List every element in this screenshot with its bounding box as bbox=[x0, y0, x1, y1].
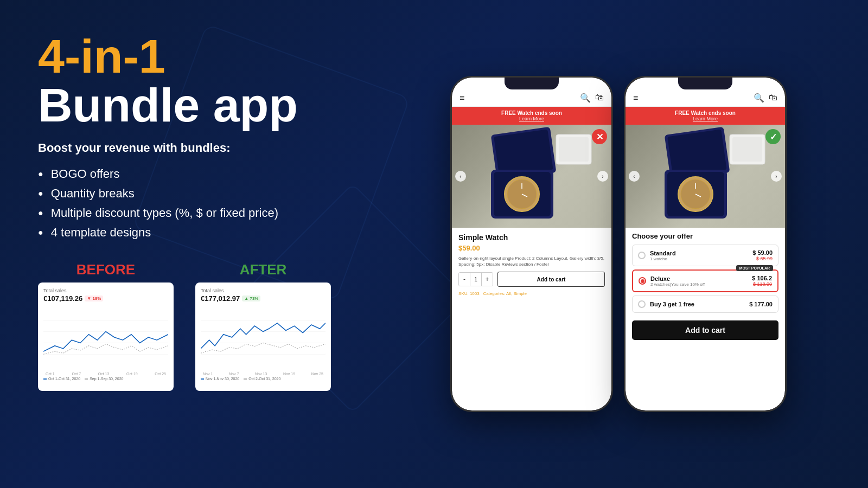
atc-row-left: - 1 + Add to cart bbox=[458, 272, 605, 287]
after-chart-card: Total sales €177,012.97 ▲ 73% Nov 1 bbox=[195, 282, 331, 391]
offer-option-buy3[interactable]: Buy 3 get 1 free $ 177.00 bbox=[632, 296, 778, 313]
before-label: BEFORE bbox=[38, 261, 174, 278]
product-price-left: $59.00 bbox=[458, 244, 605, 252]
before-chart-badge: ▼ 18% bbox=[85, 296, 103, 301]
offer-sub-standard: 1 watcho bbox=[650, 256, 748, 261]
after-chart-legend: Nov 1-Nov 30, 2020 Oct 2-Oct 31, 2020 bbox=[201, 377, 326, 381]
after-x-label-5: Nov 25 bbox=[311, 372, 323, 376]
offer-original-deluxe: $ 118.00 bbox=[752, 281, 772, 287]
product-desc-left: Gallery-on-right layout single Product: … bbox=[458, 255, 605, 267]
hamburger-icon-right[interactable]: ≡ bbox=[633, 93, 638, 103]
prev-image-right[interactable]: ‹ bbox=[629, 171, 640, 182]
offer-name-standard: Standard bbox=[650, 250, 748, 256]
before-x-label-3: Oct 13 bbox=[98, 372, 110, 376]
after-chart-title: Total sales bbox=[201, 288, 326, 293]
cart-icon[interactable]: 🛍 bbox=[595, 93, 604, 103]
offer-section: Choose your offer Standard 1 watcho $ 59… bbox=[626, 228, 785, 410]
offer-details-buy3: Buy 3 get 1 free bbox=[650, 301, 745, 307]
after-x-label-4: Nov 19 bbox=[283, 372, 295, 376]
headline-bundle: Bundle app bbox=[38, 80, 418, 130]
search-icon[interactable]: 🔍 bbox=[580, 93, 591, 103]
offer-sub-deluxe: 2 watches|You save 10% off bbox=[650, 282, 748, 287]
product-name-left: Simple Watch bbox=[458, 233, 605, 242]
before-x-label-1: Oct 1 bbox=[46, 372, 55, 376]
svg-rect-27 bbox=[732, 137, 762, 162]
before-container: BEFORE Total sales €107,119.26 ▼ 18% bbox=[38, 261, 174, 391]
promo-banner-right: FREE Watch ends soon Learn More bbox=[626, 107, 785, 125]
offer-name-buy3: Buy 3 get 1 free bbox=[650, 301, 745, 307]
offer-name-deluxe: Deluxe bbox=[650, 275, 748, 282]
phone-left: ≡ 🔍 🛍 FREE Watch ends soon Learn More bbox=[450, 76, 613, 412]
before-chart-amount: €107,119.26 bbox=[43, 294, 82, 303]
cart-icon-right[interactable]: 🛍 bbox=[769, 93, 777, 103]
product-image-right: ‹ › ✓ bbox=[626, 125, 785, 228]
promo-banner-left: FREE Watch ends soon Learn More bbox=[452, 107, 611, 125]
corner-badge-right: ✓ bbox=[765, 129, 781, 144]
headline-4in1: 4-in-1 bbox=[38, 33, 418, 80]
before-chart-svg bbox=[43, 305, 168, 370]
feature-item-2: Quantity breaks bbox=[38, 187, 418, 201]
phone-right: ≡ 🔍 🛍 FREE Watch ends soon Learn More bbox=[624, 76, 787, 412]
after-x-label-2: Nov 7 bbox=[229, 372, 239, 376]
tagline: Boost your revenue with bundles: bbox=[38, 141, 418, 155]
product-meta-left: SKU: 1003 Categories: All, Simple bbox=[458, 291, 605, 296]
topbar-right-icons: 🔍 🛍 bbox=[580, 93, 604, 103]
promo-banner-main-right: FREE Watch ends soon bbox=[628, 110, 783, 116]
offer-prices-deluxe: $ 106.2 $ 118.00 bbox=[752, 275, 772, 287]
after-label: AFTER bbox=[195, 261, 331, 278]
watch-illustration-left bbox=[461, 126, 602, 227]
corner-badge-left: ✕ bbox=[592, 129, 607, 144]
after-chart-amount: €177,012.97 bbox=[201, 294, 240, 303]
qty-minus-left[interactable]: - bbox=[459, 273, 470, 286]
phone-left-inner: ≡ 🔍 🛍 FREE Watch ends soon Learn More bbox=[452, 78, 611, 410]
phone-right-notch bbox=[678, 78, 732, 89]
product-image-bg-right bbox=[626, 125, 785, 228]
before-after-section: BEFORE Total sales €107,119.26 ▼ 18% bbox=[38, 261, 418, 391]
offer-current-deluxe: $ 106.2 bbox=[752, 275, 772, 281]
promo-banner-sub-right[interactable]: Learn More bbox=[628, 116, 783, 121]
product-info-left: Simple Watch $59.00 Gallery-on-right lay… bbox=[452, 228, 611, 410]
feature-item-4: 4 template designs bbox=[38, 226, 418, 240]
radio-deluxe[interactable] bbox=[639, 277, 646, 285]
most-popular-badge: MOST POPULAR bbox=[736, 265, 773, 271]
left-panel: 4-in-1 Bundle app Boost your revenue wit… bbox=[38, 33, 418, 391]
after-chart-badge: ▲ 73% bbox=[242, 296, 260, 301]
add-to-cart-right[interactable]: Add to cart bbox=[632, 320, 778, 340]
after-x-label-3: Nov 13 bbox=[255, 372, 267, 376]
radio-buy3[interactable] bbox=[638, 300, 646, 308]
offer-option-standard[interactable]: Standard 1 watcho $ 59.00 $ 65.99 bbox=[632, 245, 778, 266]
offer-current-buy3: $ 177.00 bbox=[749, 301, 773, 307]
phones-area: ≡ 🔍 🛍 FREE Watch ends soon Learn More bbox=[380, 0, 868, 488]
watch-illustration-right bbox=[635, 126, 776, 227]
after-x-label-1: Nov 1 bbox=[203, 372, 213, 376]
offer-current-standard: $ 59.00 bbox=[752, 249, 773, 256]
prev-image-left[interactable]: ‹ bbox=[455, 171, 466, 182]
offer-original-standard: $ 65.99 bbox=[752, 256, 773, 261]
phone-left-notch bbox=[505, 78, 559, 89]
before-chart-card: Total sales €107,119.26 ▼ 18% bbox=[38, 282, 174, 391]
hamburger-icon[interactable]: ≡ bbox=[459, 93, 464, 103]
next-image-left[interactable]: › bbox=[597, 171, 608, 182]
offer-prices-standard: $ 59.00 $ 65.99 bbox=[752, 249, 773, 261]
qty-plus-left[interactable]: + bbox=[482, 273, 493, 286]
next-image-right[interactable]: › bbox=[771, 171, 782, 182]
add-to-cart-left[interactable]: Add to cart bbox=[497, 272, 605, 287]
offer-option-deluxe[interactable]: MOST POPULAR Deluxe 2 watches|You save 1… bbox=[632, 269, 778, 292]
offer-details-standard: Standard 1 watcho bbox=[650, 250, 748, 261]
offer-title: Choose your offer bbox=[632, 232, 778, 240]
radio-standard[interactable] bbox=[638, 252, 646, 259]
feature-item-1: BOGO offers bbox=[38, 167, 418, 181]
promo-banner-sub-left[interactable]: Learn More bbox=[454, 116, 609, 121]
search-icon-right[interactable]: 🔍 bbox=[754, 93, 764, 103]
qty-control-left: - 1 + bbox=[458, 272, 493, 286]
before-chart-title: Total sales bbox=[43, 288, 168, 293]
svg-rect-17 bbox=[559, 137, 589, 162]
before-x-label-2: Oct 7 bbox=[72, 372, 81, 376]
promo-banner-main-left: FREE Watch ends soon bbox=[454, 110, 609, 116]
after-chart-svg bbox=[201, 305, 326, 370]
phone-right-inner: ≡ 🔍 🛍 FREE Watch ends soon Learn More bbox=[626, 78, 785, 410]
features-list: BOGO offers Quantity breaks Multiple dis… bbox=[38, 167, 418, 240]
before-x-label-5: Oct 25 bbox=[155, 372, 166, 376]
product-image-left: ‹ › ✕ bbox=[452, 125, 611, 228]
offer-prices-buy3: $ 177.00 bbox=[749, 301, 773, 307]
